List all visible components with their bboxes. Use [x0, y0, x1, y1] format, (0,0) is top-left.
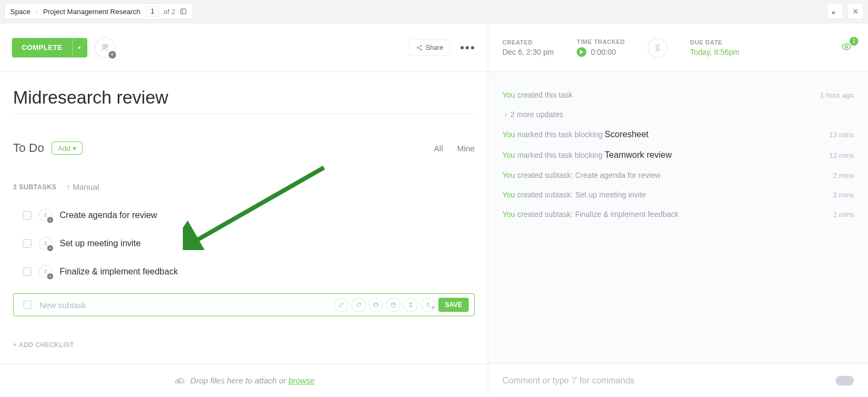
attachment-dropzone[interactable]: Drop files here to attach or browse [0, 363, 488, 397]
breadcrumb-project[interactable]: Project Management Research [43, 8, 141, 16]
edit-icon[interactable] [334, 298, 348, 312]
due-label: DUE DATE [690, 39, 739, 46]
tag-icon[interactable] [352, 298, 366, 312]
activity-row: You marked this task blocking Teamwork r… [502, 145, 854, 165]
todo-header: To Do Add▾ All Mine [13, 141, 475, 155]
details-header: CREATED Dec 6, 2:30 pm TIME TRACKED 0:00… [488, 23, 868, 72]
new-subtask-field[interactable] [40, 300, 327, 310]
svg-point-8 [45, 270, 47, 272]
assignee-add[interactable]: + [95, 37, 116, 58]
task-header: COMPLETE + Share ••• [0, 23, 488, 72]
estimate-icon[interactable] [648, 38, 667, 57]
subtask-label: Create agenda for review [60, 210, 157, 220]
subtask-row[interactable]: + Finalize & implement feedback [13, 262, 475, 290]
checkbox[interactable] [23, 239, 31, 248]
svg-rect-11 [391, 303, 395, 307]
activity-more[interactable]: ›2 more updates [502, 105, 854, 124]
subtasks-header: 3 SUBTASKS ↑Manual [13, 182, 475, 191]
complete-button-label[interactable]: COMPLETE [12, 38, 72, 57]
top-bar: Space › Project Management Research 1 of… [0, 0, 868, 23]
add-checklist-button[interactable]: + ADD CHECKLIST [13, 341, 475, 349]
sort-manual[interactable]: ↑Manual [66, 182, 99, 191]
svg-rect-10 [374, 303, 378, 307]
share-button[interactable]: Share [409, 40, 450, 56]
activity-row: You created subtask: Finalize & implemen… [502, 204, 854, 224]
more-menu[interactable]: ••• [460, 41, 476, 55]
top-bar-actions [827, 3, 864, 20]
due-value: Today, 8:56pm [690, 48, 739, 56]
subtask-row[interactable]: + Set up meeting invite [13, 234, 475, 262]
due-date-block[interactable]: DUE DATE Today, 8:56pm [690, 39, 739, 56]
checkbox[interactable] [23, 267, 31, 276]
play-icon[interactable] [577, 47, 586, 57]
new-subtask-input[interactable]: + SAVE [13, 293, 475, 316]
svg-point-14 [845, 45, 848, 48]
subtask-row[interactable]: + Create agenda for review [13, 206, 475, 234]
expand-tree-icon[interactable] [180, 8, 187, 15]
watchers-button[interactable]: 1 [839, 41, 854, 54]
complete-button[interactable]: COMPLETE [12, 38, 87, 57]
chevron-right-icon: › [36, 8, 38, 15]
breadcrumb-root[interactable]: Space [10, 8, 30, 16]
checkbox [23, 300, 32, 309]
share-label: Share [426, 44, 443, 52]
save-subtask-button[interactable]: SAVE [438, 298, 469, 312]
svg-rect-0 [181, 9, 186, 14]
complete-dropdown[interactable] [72, 38, 87, 57]
svg-point-6 [45, 214, 47, 215]
activity-row: You created this task 1 hour ago [502, 85, 854, 105]
comment-placeholder: Comment or type '/' for commands [502, 376, 635, 386]
created-block: CREATED Dec 6, 2:30 pm [502, 39, 554, 56]
time-label: TIME TRACKED [577, 39, 625, 45]
assignee-icon[interactable]: + [39, 237, 52, 250]
subtask-label: Set up meeting invite [60, 239, 141, 248]
breadcrumb[interactable]: Space › Project Management Research 1 of… [4, 3, 193, 20]
new-subtask-tools: + SAVE [334, 298, 469, 312]
time-tracker[interactable]: 0:00:00 [577, 47, 625, 57]
svg-point-2 [105, 44, 108, 47]
page-current[interactable]: 1 [146, 6, 159, 17]
activity-row: You created subtask: Create agenda for r… [502, 165, 854, 185]
comment-input[interactable]: Comment or type '/' for commands [488, 363, 868, 397]
filter-all[interactable]: All [434, 144, 443, 153]
task-body: Midresearch review To Do Add▾ All Mine 3… [0, 72, 488, 363]
time-tracked-block: TIME TRACKED 0:00:00 [577, 39, 625, 57]
divider [13, 113, 475, 114]
created-value: Dec 6, 2:30 pm [502, 48, 554, 56]
assignee-icon[interactable]: + [39, 265, 52, 278]
filter-mine[interactable]: Mine [457, 144, 475, 153]
svg-point-1 [103, 44, 105, 47]
activity-row: You created subtask: Set up meeting invi… [502, 185, 854, 204]
svg-point-7 [45, 242, 47, 244]
details-pane: CREATED Dec 6, 2:30 pm TIME TRACKED 0:00… [488, 23, 868, 397]
task-title[interactable]: Midresearch review [13, 87, 475, 108]
comment-toggle[interactable] [835, 376, 854, 386]
time-value: 0:00:00 [591, 48, 616, 56]
page-total: of 2 [163, 8, 175, 16]
activity-row: You marked this task blocking Scoresheet… [502, 124, 854, 145]
close-button[interactable] [847, 3, 864, 20]
plus-icon: + [108, 51, 116, 59]
add-todo-button[interactable]: Add▾ [52, 142, 82, 155]
breadcrumb-pager: 1 of 2 [146, 6, 187, 17]
hourglass-icon[interactable] [404, 298, 418, 312]
created-label: CREATED [502, 39, 554, 46]
start-date-icon[interactable] [369, 298, 383, 312]
subtask-label: Finalize & implement feedback [60, 267, 178, 277]
assignee-icon[interactable]: + [421, 298, 435, 312]
subtask-list: + Create agenda for review + Set up meet… [13, 206, 475, 290]
assignee-icon[interactable]: + [39, 209, 52, 222]
due-date-icon[interactable] [386, 298, 400, 312]
subtask-count: 3 SUBTASKS [13, 183, 56, 191]
dropzone-text: Drop files here to attach or [190, 376, 289, 385]
minimize-button[interactable] [827, 3, 843, 20]
svg-point-9 [360, 304, 360, 304]
activity-feed: You created this task 1 hour ago ›2 more… [488, 72, 868, 363]
watchers-count: 1 [850, 37, 858, 46]
checkbox[interactable] [23, 211, 31, 220]
svg-point-12 [427, 303, 429, 305]
task-pane: COMPLETE + Share ••• Midrese [0, 23, 488, 397]
browse-link[interactable]: browse [289, 376, 315, 385]
todo-title: To Do [13, 141, 44, 155]
